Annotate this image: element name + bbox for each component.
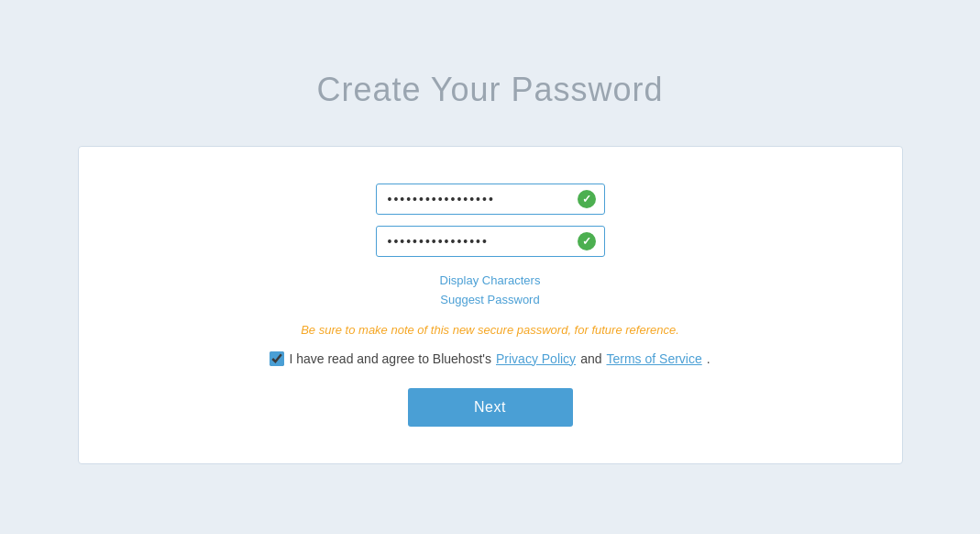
terms-of-service-link[interactable]: Terms of Service xyxy=(606,351,701,366)
password-input-1[interactable] xyxy=(376,184,605,215)
password-field-2-wrapper xyxy=(376,226,605,257)
page-title: Create Your Password xyxy=(316,71,663,109)
privacy-policy-link[interactable]: Privacy Policy xyxy=(496,351,576,366)
warning-text: Be sure to make note of this new secure … xyxy=(301,323,679,337)
password-input-2[interactable] xyxy=(376,226,605,257)
suggest-password-link[interactable]: Suggest Password xyxy=(440,291,539,308)
display-characters-link[interactable]: Display Characters xyxy=(440,272,541,289)
password-links: Display Characters Suggest Password xyxy=(440,272,541,308)
terms-and: and xyxy=(580,351,601,366)
next-button[interactable]: Next xyxy=(408,388,573,427)
terms-row: I have read and agree to Bluehost's Priv… xyxy=(270,351,710,366)
password-field-1-wrapper xyxy=(376,184,605,215)
main-card: Display Characters Suggest Password Be s… xyxy=(78,146,903,464)
password-2-check-icon xyxy=(578,232,596,250)
terms-checkbox[interactable] xyxy=(270,351,284,366)
terms-period: . xyxy=(707,351,710,366)
terms-text-before: I have read and agree to Bluehost's xyxy=(289,351,491,366)
password-1-check-icon xyxy=(578,190,596,208)
